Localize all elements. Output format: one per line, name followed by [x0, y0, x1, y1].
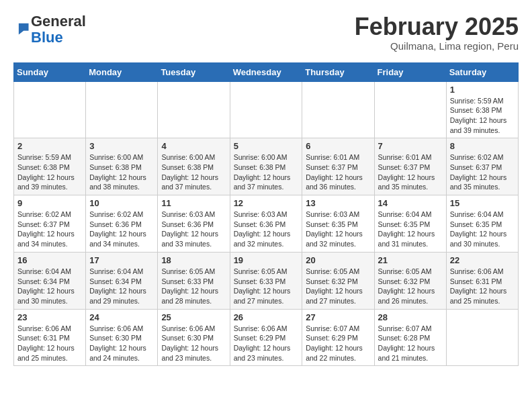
day-info: Sunrise: 6:07 AM Sunset: 6:29 PM Dayligh…	[306, 324, 370, 363]
day-number: 16	[17, 255, 82, 265]
day-info: Sunrise: 6:04 AM Sunset: 6:35 PM Dayligh…	[450, 210, 515, 249]
calendar-cell: 10Sunrise: 6:02 AM Sunset: 6:36 PM Dayli…	[86, 195, 158, 253]
day-number: 25	[161, 312, 226, 322]
day-info: Sunrise: 6:05 AM Sunset: 6:33 PM Dayligh…	[161, 267, 226, 306]
calendar-cell: 22Sunrise: 6:06 AM Sunset: 6:31 PM Dayli…	[446, 252, 518, 309]
calendar-cell: 14Sunrise: 6:04 AM Sunset: 6:35 PM Dayli…	[374, 195, 446, 253]
day-info: Sunrise: 6:07 AM Sunset: 6:28 PM Dayligh…	[378, 324, 443, 363]
logo: General Blue	[13, 13, 86, 46]
calendar-cell: 19Sunrise: 6:05 AM Sunset: 6:33 PM Dayli…	[230, 252, 302, 309]
day-number: 14	[378, 198, 443, 208]
calendar-cell	[230, 81, 302, 138]
day-info: Sunrise: 6:05 AM Sunset: 6:32 PM Dayligh…	[306, 267, 370, 306]
calendar-cell	[302, 81, 374, 138]
calendar-cell: 3Sunrise: 6:00 AM Sunset: 6:38 PM Daylig…	[86, 138, 158, 195]
calendar-cell	[446, 309, 518, 366]
day-info: Sunrise: 6:05 AM Sunset: 6:33 PM Dayligh…	[234, 267, 299, 306]
calendar-cell: 13Sunrise: 6:03 AM Sunset: 6:35 PM Dayli…	[302, 195, 374, 253]
calendar-week-1: 1Sunrise: 5:59 AM Sunset: 6:38 PM Daylig…	[14, 81, 519, 138]
page-header: General Blue February 2025 Quilmana, Lim…	[13, 13, 519, 52]
day-number: 17	[89, 255, 154, 265]
day-number: 20	[306, 255, 370, 265]
weekday-header-saturday: Saturday	[446, 62, 518, 81]
day-info: Sunrise: 6:06 AM Sunset: 6:31 PM Dayligh…	[450, 267, 515, 306]
day-number: 23	[17, 312, 82, 322]
calendar-cell: 2Sunrise: 5:59 AM Sunset: 6:38 PM Daylig…	[14, 138, 86, 195]
day-info: Sunrise: 6:03 AM Sunset: 6:36 PM Dayligh…	[234, 210, 299, 249]
calendar-cell	[14, 81, 86, 138]
day-info: Sunrise: 6:00 AM Sunset: 6:38 PM Dayligh…	[234, 152, 299, 192]
calendar-week-4: 16Sunrise: 6:04 AM Sunset: 6:34 PM Dayli…	[14, 252, 519, 309]
calendar-cell: 23Sunrise: 6:06 AM Sunset: 6:31 PM Dayli…	[14, 309, 86, 366]
day-info: Sunrise: 6:02 AM Sunset: 6:37 PM Dayligh…	[17, 210, 82, 249]
month-title: February 2025	[355, 13, 519, 40]
calendar-cell: 11Sunrise: 6:03 AM Sunset: 6:36 PM Dayli…	[158, 195, 230, 253]
weekday-header-monday: Monday	[86, 62, 158, 81]
day-info: Sunrise: 6:03 AM Sunset: 6:35 PM Dayligh…	[306, 210, 370, 249]
day-info: Sunrise: 6:06 AM Sunset: 6:29 PM Dayligh…	[234, 324, 299, 363]
day-number: 8	[450, 141, 515, 151]
location-subtitle: Quilmana, Lima region, Peru	[355, 40, 519, 52]
calendar-cell: 7Sunrise: 6:01 AM Sunset: 6:37 PM Daylig…	[374, 138, 446, 195]
day-info: Sunrise: 6:00 AM Sunset: 6:38 PM Dayligh…	[89, 152, 154, 192]
day-number: 12	[234, 198, 299, 208]
calendar-cell: 28Sunrise: 6:07 AM Sunset: 6:28 PM Dayli…	[374, 309, 446, 366]
calendar-cell: 18Sunrise: 6:05 AM Sunset: 6:33 PM Dayli…	[158, 252, 230, 309]
calendar-cell: 20Sunrise: 6:05 AM Sunset: 6:32 PM Dayli…	[302, 252, 374, 309]
logo-icon	[15, 21, 30, 36]
calendar-cell: 17Sunrise: 6:04 AM Sunset: 6:34 PM Dayli…	[86, 252, 158, 309]
day-number: 21	[378, 255, 443, 265]
calendar-cell: 6Sunrise: 6:01 AM Sunset: 6:37 PM Daylig…	[302, 138, 374, 195]
calendar-cell: 8Sunrise: 6:02 AM Sunset: 6:37 PM Daylig…	[446, 138, 518, 195]
day-info: Sunrise: 6:03 AM Sunset: 6:36 PM Dayligh…	[161, 210, 226, 249]
day-number: 19	[234, 255, 299, 265]
day-number: 6	[306, 141, 370, 151]
calendar-cell: 9Sunrise: 6:02 AM Sunset: 6:37 PM Daylig…	[14, 195, 86, 253]
day-number: 2	[17, 141, 82, 151]
weekday-header-friday: Friday	[374, 62, 446, 81]
day-info: Sunrise: 6:06 AM Sunset: 6:30 PM Dayligh…	[161, 324, 226, 363]
calendar-cell: 16Sunrise: 6:04 AM Sunset: 6:34 PM Dayli…	[14, 252, 86, 309]
calendar-cell: 26Sunrise: 6:06 AM Sunset: 6:29 PM Dayli…	[230, 309, 302, 366]
weekday-header-wednesday: Wednesday	[230, 62, 302, 81]
day-number: 13	[306, 198, 370, 208]
day-info: Sunrise: 6:01 AM Sunset: 6:37 PM Dayligh…	[378, 152, 443, 192]
day-info: Sunrise: 6:01 AM Sunset: 6:37 PM Dayligh…	[306, 152, 370, 192]
calendar-cell	[158, 81, 230, 138]
day-info: Sunrise: 6:04 AM Sunset: 6:34 PM Dayligh…	[89, 267, 154, 306]
weekday-header-tuesday: Tuesday	[158, 62, 230, 81]
day-number: 4	[161, 141, 226, 151]
day-info: Sunrise: 6:02 AM Sunset: 6:36 PM Dayligh…	[89, 210, 154, 249]
calendar-cell: 24Sunrise: 6:06 AM Sunset: 6:30 PM Dayli…	[86, 309, 158, 366]
calendar-cell: 12Sunrise: 6:03 AM Sunset: 6:36 PM Dayli…	[230, 195, 302, 253]
day-number: 10	[89, 198, 154, 208]
day-number: 1	[450, 85, 515, 95]
day-info: Sunrise: 6:04 AM Sunset: 6:35 PM Dayligh…	[378, 210, 443, 249]
day-number: 11	[161, 198, 226, 208]
calendar-cell: 4Sunrise: 6:00 AM Sunset: 6:38 PM Daylig…	[158, 138, 230, 195]
calendar-week-2: 2Sunrise: 5:59 AM Sunset: 6:38 PM Daylig…	[14, 138, 519, 195]
day-info: Sunrise: 6:00 AM Sunset: 6:38 PM Dayligh…	[161, 152, 226, 192]
calendar-cell: 15Sunrise: 6:04 AM Sunset: 6:35 PM Dayli…	[446, 195, 518, 253]
weekday-header-sunday: Sunday	[14, 62, 86, 81]
calendar-cell: 27Sunrise: 6:07 AM Sunset: 6:29 PM Dayli…	[302, 309, 374, 366]
title-block: February 2025 Quilmana, Lima region, Per…	[355, 13, 519, 52]
day-info: Sunrise: 6:02 AM Sunset: 6:37 PM Dayligh…	[450, 152, 515, 192]
day-number: 15	[450, 198, 515, 208]
day-info: Sunrise: 5:59 AM Sunset: 6:38 PM Dayligh…	[17, 152, 82, 192]
calendar-cell	[374, 81, 446, 138]
day-number: 27	[306, 312, 370, 322]
svg-marker-0	[19, 24, 29, 35]
day-number: 22	[450, 255, 515, 265]
day-number: 5	[234, 141, 299, 151]
day-number: 26	[234, 312, 299, 322]
day-number: 18	[161, 255, 226, 265]
calendar-cell: 21Sunrise: 6:05 AM Sunset: 6:32 PM Dayli…	[374, 252, 446, 309]
day-info: Sunrise: 6:04 AM Sunset: 6:34 PM Dayligh…	[17, 267, 82, 306]
calendar-week-3: 9Sunrise: 6:02 AM Sunset: 6:37 PM Daylig…	[14, 195, 519, 253]
logo-blue-text: Blue	[31, 29, 63, 46]
calendar-week-5: 23Sunrise: 6:06 AM Sunset: 6:31 PM Dayli…	[14, 309, 519, 366]
calendar-cell	[86, 81, 158, 138]
day-number: 9	[17, 198, 82, 208]
calendar-table: SundayMondayTuesdayWednesdayThursdayFrid…	[13, 62, 519, 367]
